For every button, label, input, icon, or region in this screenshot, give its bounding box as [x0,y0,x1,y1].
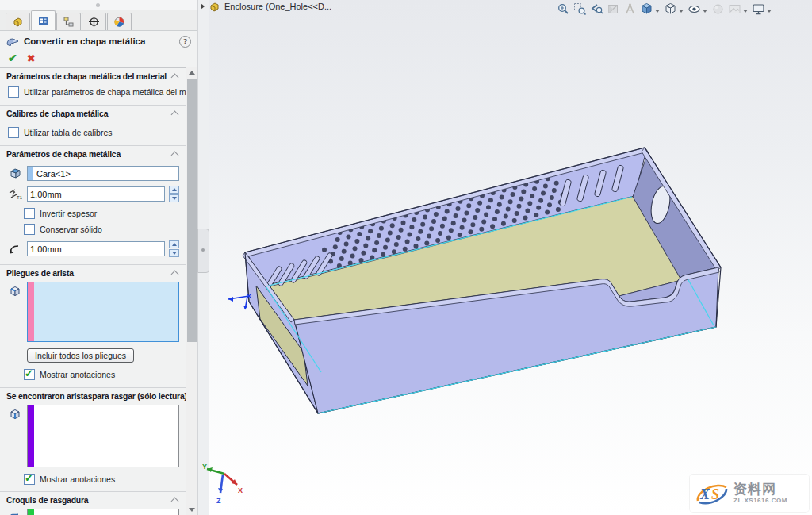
origin-marker [228,294,251,309]
section-header[interactable]: Pliegues de arista [0,265,186,280]
display-manager-tab[interactable] [107,13,132,30]
section-view-button[interactable] [606,2,621,16]
keep-body-checkbox[interactable] [24,224,35,235]
collect-all-bends-button[interactable]: Incluir todos los pliegues [27,348,134,363]
spin-down-button[interactable] [169,249,179,257]
panel-actions: ✔ ✖ [0,50,197,68]
cancel-button[interactable]: ✖ [27,53,36,63]
checkbox-label: Utilizar tabla de calibres [24,128,112,137]
thickness-icon: T1 [8,188,22,201]
rip-sketch-icon [8,512,22,515]
configuration-manager-tab[interactable] [56,13,81,30]
checkbox-label: Mostrar anotaciones [40,475,115,484]
collapse-chevron-icon[interactable] [171,271,179,279]
enclosure-3d-model [209,0,812,515]
apply-scene-button[interactable] [727,2,749,16]
flyout-expand-icon[interactable] [201,3,205,10]
help-button[interactable]: ? [179,36,191,48]
scroll-down-button[interactable] [186,505,197,515]
fixed-face-field[interactable]: Cara<1> [27,166,179,181]
show-callouts-checkbox[interactable] [24,369,35,380]
panel-scrollbar[interactable] [186,67,198,515]
property-manager-panel: Convertir en chapa metálica ? ✔ ✖ Paráme… [0,0,197,515]
show-callouts-checkbox-2[interactable] [24,474,35,485]
property-manager-icon [37,15,49,27]
radius-value: 1.00mm [30,244,62,254]
spin-up-button[interactable] [169,186,179,194]
configuration-tree-icon [63,16,75,28]
section-title: Parámetros de chapa metálica del materia… [6,72,167,81]
property-manager-tab[interactable] [31,10,56,30]
section-sheet-params: Parámetros de chapa metálica Cara<1> T1 … [0,146,186,265]
hide-show-items-button[interactable] [687,2,709,16]
section-rip-edges: Se encontraron aristaspara rasgar (sólo … [0,388,186,492]
collapsed-toolbar-strip [0,0,197,10]
spin-up-button[interactable] [169,240,179,248]
thickness-spinner[interactable] [169,186,179,202]
svg-text:X: X [699,486,710,502]
part-icon [209,1,220,12]
section-title: Parámetros de chapa metálica [6,150,121,159]
panel-header: Convertir en chapa metálica ? [0,31,197,50]
flyout-feature-tree[interactable]: Enclosure (One_Hole<<D... [201,1,331,12]
dropdown-caret-icon[interactable] [767,10,772,13]
graphics-viewport[interactable]: Enclosure (One_Hole<<D... Y X Z X S 资料网 … [209,0,812,515]
section-header[interactable]: Parámetros de chapa metálica del materia… [0,68,186,83]
use-material-params-checkbox[interactable] [8,86,19,98]
dropdown-caret-icon[interactable] [655,10,660,13]
checkbox-label: Invertir espesor [40,209,97,218]
checkbox-label: Mostrar anotaciones [40,370,115,379]
bend-edges-selection-box[interactable] [27,282,179,342]
svg-text:S: S [711,486,719,502]
edit-appearance-button[interactable] [710,2,726,16]
dimxpert-target-icon [88,16,100,28]
section-title: Croquis de rasgadura [6,496,88,505]
panel-title: Convertir en chapa metálica [24,37,145,46]
collapse-chevron-icon[interactable] [171,498,179,505]
convert-to-sheetmetal-icon [6,36,20,48]
view-settings-button[interactable] [751,2,773,16]
thickness-value: 1.00mm [30,190,62,199]
previous-view-button[interactable] [589,2,604,16]
triad-y-label: Y [202,463,207,471]
rip-edges-cube-icon [8,408,22,421]
rip-edges-list-box[interactable] [27,405,179,467]
bend-radius-field[interactable]: 1.00mm [27,241,165,256]
section-header[interactable]: Croquis de rasgadura [0,492,186,507]
thickness-field[interactable]: 1.00mm [27,186,165,202]
section-header[interactable]: Se encontraron aristaspara rasgar (sólo … [0,388,186,403]
dropdown-caret-icon[interactable] [703,10,707,13]
scroll-up-button[interactable] [186,67,197,78]
section-header[interactable]: Parámetros de chapa metálica [0,146,186,161]
toolbar-grip-dot[interactable] [96,3,100,7]
checkbox-label: Utilizar parámetros de chapa metálica de… [24,87,209,97]
radius-spinner[interactable] [169,240,179,257]
dropdown-caret-icon[interactable] [679,10,684,13]
rip-sketch-box[interactable] [27,509,179,515]
zoom-to-fit-button[interactable] [556,2,571,16]
collapse-chevron-icon[interactable] [171,74,179,82]
measure-button[interactable] [622,2,638,16]
dimxpert-manager-tab[interactable] [82,13,106,30]
manager-tab-bar [0,10,197,31]
use-gauge-table-checkbox[interactable] [8,127,19,138]
section-edge-bends: Pliegues de arista Incluir todos los pli… [0,265,186,388]
display-style-button[interactable] [663,2,685,16]
feature-manager-tab[interactable] [6,13,30,30]
scroll-thumb[interactable] [187,79,197,342]
collapse-chevron-icon[interactable] [171,152,179,159]
spin-down-button[interactable] [169,194,179,202]
collapse-chevron-icon[interactable] [171,111,179,119]
triad-x-label: X [238,486,243,494]
watermark-logo-icon: X S [694,478,730,509]
fixed-face-icon [8,167,22,180]
panel-collapse-handle[interactable] [197,229,209,273]
ok-button[interactable]: ✔ [8,52,17,63]
bend-edges-cube-icon [8,285,22,298]
section-header[interactable]: Calibres de chapa metálica [0,106,186,121]
section-rip-sketch: Croquis de rasgadura [0,492,186,515]
zoom-to-area-button[interactable] [573,2,588,16]
dropdown-caret-icon[interactable] [743,10,748,13]
view-orientation-button[interactable] [639,2,661,16]
invert-thickness-checkbox[interactable] [24,208,35,219]
